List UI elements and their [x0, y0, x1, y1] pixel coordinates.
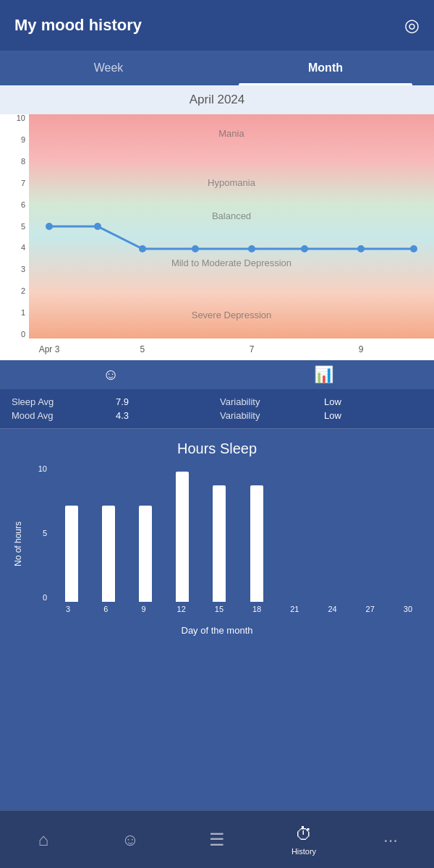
variability-value-1: Low: [324, 396, 422, 407]
nav-home[interactable]: ⌂: [0, 830, 87, 850]
sleep-bar-day4: [90, 464, 127, 602]
sleep-bar-day6: [164, 464, 201, 602]
stats-table: Sleep Avg 7.9 Variability Low Mood Avg 4…: [0, 389, 434, 429]
tab-week[interactable]: Week: [0, 51, 217, 85]
nav-history-label: History: [292, 847, 316, 856]
x-tick-9: 9: [124, 605, 162, 613]
sleep-bar-3: [65, 506, 78, 602]
sleep-bar-empty3: [349, 464, 386, 602]
page-title: My mood history: [14, 16, 142, 35]
sleep-bar-day8: [238, 464, 275, 602]
sleep-chart-wrapper: No of hours 0 5 10: [7, 464, 427, 624]
x-tick-27: 27: [352, 605, 389, 613]
mood-avg-value: 4.3: [116, 410, 214, 421]
period-label: April 2024: [0, 85, 434, 114]
x-tick-7: 7: [250, 344, 255, 354]
sleep-bar-empty4: [386, 464, 423, 602]
svg-point-6: [357, 245, 365, 252]
svg-point-1: [94, 223, 101, 230]
x-tick-18: 18: [238, 605, 276, 613]
sleep-avg-value: 7.9: [116, 396, 214, 407]
bottom-nav: ⌂ ☺ ☰ ⏱ History ···: [0, 810, 434, 868]
bar-chart-icon[interactable]: 📊: [224, 365, 422, 384]
tab-bar: Week Month: [0, 51, 434, 85]
sleep-bars-area: [49, 464, 427, 602]
nav-history[interactable]: ⏱ History: [260, 824, 347, 856]
x-tick-apr3: Apr 3: [39, 344, 60, 354]
variability-label-1: Variability: [220, 396, 318, 407]
sleep-bar-8: [250, 485, 263, 603]
x-tick-3: 3: [49, 605, 87, 613]
variability-value-2: Low: [324, 410, 422, 421]
mood-face-icon[interactable]: ☺: [12, 365, 210, 384]
mood-icon: ☺: [122, 830, 140, 850]
x-tick-21: 21: [276, 605, 313, 613]
sleep-bar-empty1: [275, 464, 312, 602]
sleep-x-label: Day of the month: [7, 625, 427, 636]
mood-y-axis: 0 1 2 3 4 5 6 7 8 9 10: [0, 114, 29, 339]
list-icon: ☰: [209, 830, 225, 850]
sleep-y-label: No of hours: [7, 464, 29, 624]
sleep-bar-4: [102, 506, 115, 602]
x-tick-24: 24: [313, 605, 351, 613]
sleep-y-ticks: 0 5 10: [29, 464, 47, 602]
sleep-bar-empty2: [312, 464, 349, 602]
svg-point-0: [46, 223, 53, 230]
sleep-bar-7: [213, 485, 226, 603]
history-icon: ⏱: [295, 824, 312, 844]
x-tick-15: 15: [200, 605, 238, 613]
sleep-bar-day3: [53, 464, 90, 602]
sleep-bar-5: [139, 506, 152, 602]
sleep-avg-label: Sleep Avg: [12, 396, 110, 407]
app-header: My mood history ◎: [0, 0, 434, 51]
sleep-bar-6: [176, 472, 189, 603]
mood-line-chart: [29, 114, 434, 339]
svg-point-4: [248, 245, 255, 252]
x-tick-5: 5: [140, 344, 145, 354]
svg-point-5: [301, 245, 308, 252]
sleep-bar-day5: [127, 464, 163, 602]
x-tick-12: 12: [163, 605, 200, 613]
sleep-chart-inner: 0 5 10: [29, 464, 427, 624]
tab-month[interactable]: Month: [217, 51, 434, 85]
variability-label-2: Variability: [220, 410, 318, 421]
svg-point-2: [139, 245, 146, 252]
x-tick-9: 9: [359, 344, 364, 354]
stats-icons-bar: ☺ 📊: [0, 360, 434, 389]
camera-icon[interactable]: ◎: [404, 15, 420, 35]
home-icon: ⌂: [38, 830, 49, 850]
mood-x-axis: Apr 3 5 7 9: [29, 339, 434, 360]
sleep-bar-day7: [201, 464, 238, 602]
more-icon: ···: [383, 830, 398, 850]
sleep-chart-title: Hours Sleep: [7, 441, 427, 457]
mood-chart: 0 1 2 3 4 5 6 7 8 9 10 Mania Hypomania B…: [0, 114, 434, 360]
nav-more[interactable]: ···: [347, 830, 434, 850]
svg-point-7: [410, 245, 417, 252]
nav-list[interactable]: ☰: [174, 830, 260, 850]
x-tick-30: 30: [389, 605, 427, 613]
sleep-section: Hours Sleep No of hours 0 5 10: [0, 429, 434, 643]
mood-avg-label: Mood Avg: [12, 410, 110, 421]
x-tick-6: 6: [87, 605, 124, 613]
sleep-x-axis: 3 6 9 12 15 18 21 24 27 30: [49, 602, 427, 624]
svg-point-3: [192, 245, 199, 252]
nav-mood[interactable]: ☺: [87, 830, 174, 850]
